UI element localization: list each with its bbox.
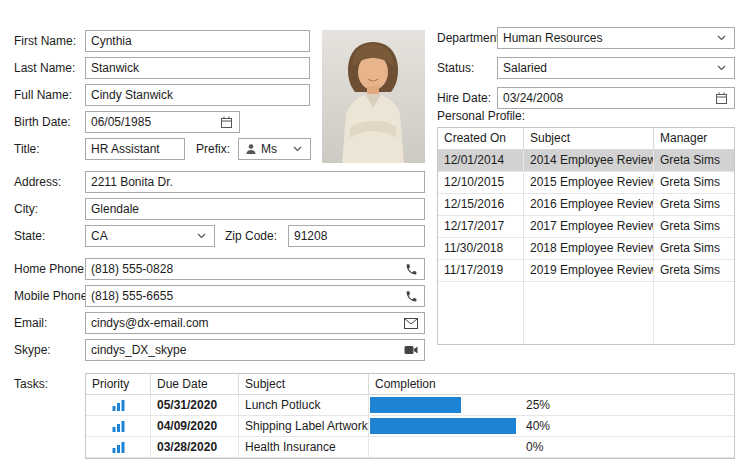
birth-date-label: Birth Date:: [14, 111, 71, 133]
priority-icon: [112, 441, 125, 453]
status-select[interactable]: Salaried: [497, 57, 735, 79]
profile-row[interactable]: 12/15/2016 2016 Employee Review Greta Si…: [438, 194, 734, 216]
profile-row[interactable]: 12/10/2015 2015 Employee Review Greta Si…: [438, 172, 734, 194]
email-label: Email:: [14, 312, 47, 334]
personal-profile-table: Created On Subject Manager 12/01/2014 20…: [437, 127, 735, 345]
first-name-label: First Name:: [14, 30, 76, 52]
hire-date-input[interactable]: 03/24/2008: [497, 87, 735, 109]
prefix-label: Prefix:: [196, 138, 230, 160]
profile-cell-created-on: 12/10/2015: [438, 172, 524, 193]
skype-label: Skype:: [14, 339, 51, 361]
skype-input[interactable]: cindys_DX_skype: [85, 339, 425, 361]
department-select[interactable]: Human Resources: [497, 27, 735, 49]
progress-label: 0%: [526, 437, 543, 457]
profile-cell-created-on: 12/01/2014: [438, 150, 524, 171]
status-value: Salaried: [503, 58, 709, 78]
home-phone-input[interactable]: (818) 555-0828: [85, 258, 425, 280]
title-value: HR Assistant: [91, 139, 179, 159]
home-phone-value: (818) 555-0828: [91, 259, 399, 279]
email-input[interactable]: cindys@dx-email.com: [85, 312, 425, 334]
chevron-down-icon[interactable]: [713, 28, 729, 48]
task-due-date: 03/28/2020: [151, 437, 239, 457]
profile-cell-manager: Greta Sims: [654, 238, 734, 259]
profile-cell-manager: Greta Sims: [654, 216, 734, 237]
phone-icon: [403, 259, 419, 279]
state-label: State:: [14, 225, 45, 247]
title-input[interactable]: HR Assistant: [85, 138, 185, 160]
mobile-phone-value: (818) 555-6655: [91, 286, 399, 306]
zip-code-label: Zip Code:: [225, 225, 277, 247]
chevron-down-icon[interactable]: [289, 139, 305, 159]
first-name-input[interactable]: Cynthia: [85, 30, 310, 52]
employee-photo: [322, 30, 425, 163]
tasks-col-completion[interactable]: Completion: [369, 374, 734, 394]
full-name-label: Full Name:: [14, 84, 72, 106]
priority-icon: [112, 420, 125, 432]
last-name-input[interactable]: Stanwick: [85, 57, 310, 79]
task-due-date: 05/31/2020: [151, 395, 239, 415]
profile-col-subject[interactable]: Subject: [524, 128, 654, 149]
full-name-input[interactable]: Cindy Stanwick: [85, 84, 310, 106]
task-completion-cell: 25%: [369, 395, 734, 415]
task-subject: Health Insurance: [239, 437, 369, 457]
address-input[interactable]: 2211 Bonita Dr.: [85, 171, 425, 193]
chevron-down-icon[interactable]: [713, 58, 729, 78]
zip-code-input[interactable]: 91208: [288, 225, 425, 247]
phone-icon: [403, 286, 419, 306]
prefix-select[interactable]: Ms: [238, 138, 311, 160]
email-value: cindys@dx-email.com: [91, 313, 399, 333]
first-name-value: Cynthia: [91, 31, 304, 51]
employee-edit-form: First Name: Last Name: Full Name: Birth …: [0, 0, 750, 476]
profile-row[interactable]: 11/17/2019 2019 Employee Review Greta Si…: [438, 260, 734, 282]
tasks-header-row: Priority Due Date Subject Completion: [86, 374, 734, 395]
profile-cell-manager: Greta Sims: [654, 150, 734, 171]
task-priority-cell: [86, 395, 151, 415]
profile-cell-subject: 2014 Employee Review: [524, 150, 654, 171]
city-label: City:: [14, 198, 38, 220]
task-completion-cell: 40%: [369, 416, 734, 436]
tasks-table: Priority Due Date Subject Completion 05/…: [85, 373, 735, 459]
department-label: Department:: [437, 27, 503, 49]
task-row[interactable]: 03/28/2020 Health Insurance 0%: [86, 437, 734, 458]
tasks-col-due-date[interactable]: Due Date: [151, 374, 239, 394]
profile-cell-subject: 2016 Employee Review: [524, 194, 654, 215]
chevron-down-icon[interactable]: [193, 226, 209, 246]
task-priority-cell: [86, 437, 151, 457]
tasks-col-priority[interactable]: Priority: [86, 374, 151, 394]
state-select[interactable]: CA: [85, 225, 215, 247]
tasks-label: Tasks:: [14, 373, 48, 395]
city-value: Glendale: [91, 199, 419, 219]
profile-cell-subject: 2018 Employee Review: [524, 238, 654, 259]
status-label: Status:: [437, 57, 474, 79]
task-row[interactable]: 05/31/2020 Lunch Potluck 25%: [86, 395, 734, 416]
profile-col-created-on[interactable]: Created On: [438, 128, 524, 149]
task-row[interactable]: 04/09/2020 Shipping Label Artwork 40%: [86, 416, 734, 437]
zip-code-value: 91208: [294, 226, 419, 246]
mobile-phone-input[interactable]: (818) 555-6655: [85, 285, 425, 307]
city-input[interactable]: Glendale: [85, 198, 425, 220]
progress-bar: [370, 397, 461, 413]
last-name-label: Last Name:: [14, 57, 75, 79]
state-value: CA: [91, 226, 189, 246]
birth-date-input[interactable]: 06/05/1985: [85, 111, 240, 133]
profile-row[interactable]: 12/01/2014 2014 Employee Review Greta Si…: [438, 150, 734, 172]
calendar-icon[interactable]: [218, 112, 234, 132]
progress-label: 40%: [526, 416, 550, 436]
envelope-icon: [403, 313, 419, 333]
profile-col-manager[interactable]: Manager: [654, 128, 734, 149]
profile-row[interactable]: 11/30/2018 2018 Employee Review Greta Si…: [438, 238, 734, 260]
calendar-icon[interactable]: [713, 88, 729, 108]
profile-row[interactable]: 12/17/2017 2017 Employee Review Greta Si…: [438, 216, 734, 238]
priority-icon: [112, 399, 125, 411]
tasks-col-subject[interactable]: Subject: [239, 374, 369, 394]
profile-cell-created-on: 12/15/2016: [438, 194, 524, 215]
address-label: Address:: [14, 171, 61, 193]
full-name-value: Cindy Stanwick: [91, 85, 304, 105]
profile-empty-area: [438, 282, 734, 344]
department-value: Human Resources: [503, 28, 709, 48]
prefix-value: Ms: [261, 139, 285, 159]
birth-date-value: 06/05/1985: [91, 112, 214, 132]
profile-cell-subject: 2017 Employee Review: [524, 216, 654, 237]
progress-bar: [370, 418, 516, 434]
task-priority-cell: [86, 416, 151, 436]
